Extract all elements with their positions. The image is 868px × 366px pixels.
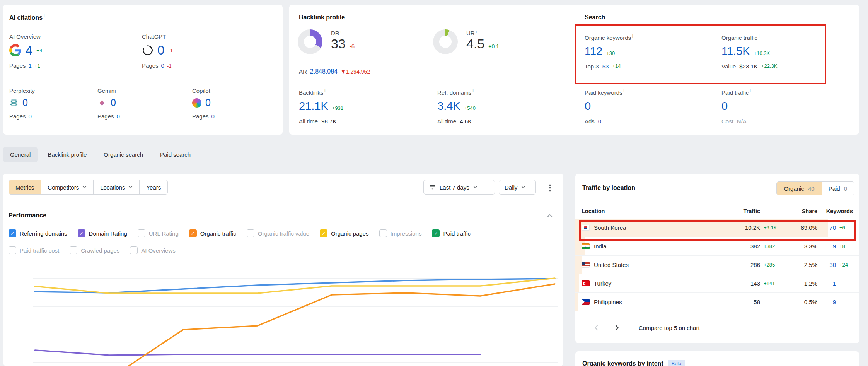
table-row-united-states[interactable]: United States 286 +285 2.5% 30 +24 — [575, 256, 859, 274]
info-icon[interactable]: i — [759, 34, 759, 38]
checkbox-organic-pages[interactable]: Organic pages — [320, 229, 369, 237]
info-icon[interactable]: i — [624, 89, 624, 93]
info-icon[interactable]: i — [750, 89, 751, 93]
compare-top5-link[interactable]: Compare top 5 on chart — [639, 325, 700, 331]
chevron-down-icon — [521, 186, 525, 189]
table-row-turkey[interactable]: Turkey 143 +141 1.2% 1 — [575, 274, 859, 293]
info-icon[interactable]: i — [44, 14, 44, 18]
ref-domains-block: Ref. domainsi 3.4K+540 All time4.6K — [437, 89, 476, 125]
paid-traffic-block: Paid traffici 0 CostN/A — [721, 89, 751, 125]
copilot-value: 0 — [205, 97, 211, 108]
performance-card: Metrics Competitors Locations Years Last… — [3, 174, 563, 366]
paid-count: 0 — [844, 185, 847, 192]
chatgpt-value: 0 — [157, 43, 164, 58]
checkbox-box — [320, 229, 327, 237]
ai-citations-card: AI citationsi AI Overview 4 +4 Pages1+1 … — [3, 5, 283, 135]
ai-citation-ai-overview: AI Overview 4 +4 Pages1+1 — [9, 33, 42, 69]
checkbox-organic-traffic-value[interactable]: Organic traffic value — [247, 229, 309, 237]
traffic-by-location-title: Traffic by location — [582, 185, 635, 192]
pages-value[interactable]: 0 — [29, 113, 32, 120]
table-pagination: Compare top 5 on chart — [590, 322, 700, 334]
location-table: South Korea 10.2K +9.1K 89.0% 70 +6 Indi… — [575, 219, 859, 311]
pages-value[interactable]: 1 — [29, 62, 32, 69]
checkbox-box — [247, 229, 254, 237]
pages-value[interactable]: 0 — [117, 113, 120, 120]
organic-traffic-value[interactable]: 11.5K — [721, 45, 750, 58]
seo-dashboard: { "icons": { "info": "i" }, "ai_citation… — [0, 0, 868, 366]
ur-donut-gauge — [433, 29, 458, 54]
ai-overview-delta: +4 — [36, 48, 42, 53]
toggle-organic[interactable]: Organic40 — [777, 182, 821, 195]
checkbox-paid-traffic-cost[interactable]: Paid traffic cost — [9, 246, 59, 254]
perplexity-value: 0 — [22, 97, 28, 108]
copilot-icon — [192, 98, 201, 108]
table-row-philippines[interactable]: Philippines 58 0.5% 9 — [575, 293, 859, 311]
collapse-section-button[interactable] — [547, 212, 553, 219]
checkbox-referring-domains[interactable]: Referring domains — [9, 229, 67, 237]
tab-organic-search[interactable]: Organic search — [97, 147, 150, 162]
backlinks-block: Backlinksi 21.1K+931 All time98.7K — [299, 89, 343, 125]
pages-value[interactable]: 0 — [161, 62, 164, 69]
ur-delta: +0.1 — [488, 43, 499, 50]
ur-gauge-block: URi 4.5+0.1 — [433, 29, 499, 54]
ar-delta: ▼1,294,952 — [341, 68, 370, 75]
checkbox-ai-overviews[interactable]: AI Overviews — [130, 246, 175, 254]
chevron-down-icon — [128, 186, 133, 189]
prev-page-button[interactable] — [590, 322, 602, 334]
performance-title: Performance — [9, 212, 46, 219]
organic-count: 40 — [808, 185, 815, 192]
checkbox-organic-traffic[interactable]: Organic traffic — [189, 229, 236, 237]
report-tabs: General Backlink profile Organic search … — [3, 147, 198, 162]
competitors-dropdown[interactable]: Competitors — [41, 180, 94, 194]
search-title: Search — [585, 14, 605, 21]
years-button[interactable]: Years — [140, 180, 167, 194]
ar-value[interactable]: 2,848,084 — [310, 68, 338, 75]
info-icon[interactable]: i — [341, 29, 341, 34]
toggle-paid[interactable]: Paid0 — [822, 182, 854, 195]
paid-keywords-block: Paid keywordsi 0 Ads0 — [585, 89, 624, 125]
locations-dropdown[interactable]: Locations — [94, 180, 140, 194]
ai-citation-copilot: Copilot 0 Pages0 — [192, 87, 215, 120]
pages-value[interactable]: 0 — [211, 113, 215, 120]
ref-domains-value[interactable]: 3.4K — [437, 100, 460, 113]
checkbox-box — [70, 246, 77, 254]
checkbox-impressions[interactable]: Impressions — [379, 229, 422, 237]
performance-line-chart — [33, 266, 558, 366]
next-page-button[interactable] — [611, 322, 623, 334]
granularity-dropdown[interactable]: Daily — [499, 180, 536, 195]
backlinks-value[interactable]: 21.1K — [299, 100, 328, 113]
tab-paid-search[interactable]: Paid search — [153, 147, 198, 162]
checkbox-box — [189, 229, 197, 237]
top3-value[interactable]: 53 — [602, 63, 609, 70]
info-icon[interactable]: i — [476, 29, 477, 34]
organic-traffic-block: Organic traffici 11.5K+10.3K Value$23.1K… — [721, 34, 777, 70]
date-range-dropdown[interactable]: Last 7 days — [423, 180, 495, 195]
organic-keywords-value[interactable]: 112 — [585, 45, 602, 58]
checkbox-crawled-pages[interactable]: Crawled pages — [70, 246, 119, 254]
table-row-south-korea[interactable]: South Korea 10.2K +9.1K 89.0% 70 +6 — [575, 219, 859, 237]
metric-checkbox-row-2: Paid traffic cost Crawled pages AI Overv… — [9, 246, 176, 254]
checkbox-paid-traffic[interactable]: Paid traffic — [432, 229, 471, 237]
divider — [575, 202, 859, 202]
perplexity-icon — [9, 98, 19, 108]
ai-citation-chatgpt: ChatGPT 0 -1 Pages0-1 — [142, 33, 173, 69]
share-bar — [575, 293, 578, 311]
checkbox-domain-rating[interactable]: Domain Rating — [78, 229, 127, 237]
ai-citation-gemini: Gemini 0 Pages0 — [97, 87, 120, 120]
metrics-button[interactable]: Metrics — [9, 180, 41, 194]
checkbox-box — [130, 246, 138, 254]
tab-general[interactable]: General — [3, 147, 38, 162]
paid-keywords-value[interactable]: 0 — [585, 100, 591, 113]
chevron-left-icon — [594, 325, 598, 331]
more-options-button[interactable] — [544, 182, 555, 193]
organic-paid-toggle: Organic40 Paid0 — [776, 181, 854, 195]
info-icon[interactable]: i — [472, 89, 473, 93]
backlink-search-card: Backlink profile DRi 33-6 AR 2,848,084 ▼… — [289, 5, 859, 135]
beta-badge: Beta — [668, 360, 685, 366]
checkbox-url-rating[interactable]: URL Rating — [138, 229, 179, 237]
info-icon[interactable]: i — [632, 34, 633, 38]
paid-traffic-value[interactable]: 0 — [721, 100, 728, 113]
table-row-india[interactable]: India 382 +382 3.3% 9 +8 — [575, 237, 859, 256]
info-icon[interactable]: i — [324, 89, 325, 93]
tab-backlink-profile[interactable]: Backlink profile — [41, 147, 94, 162]
